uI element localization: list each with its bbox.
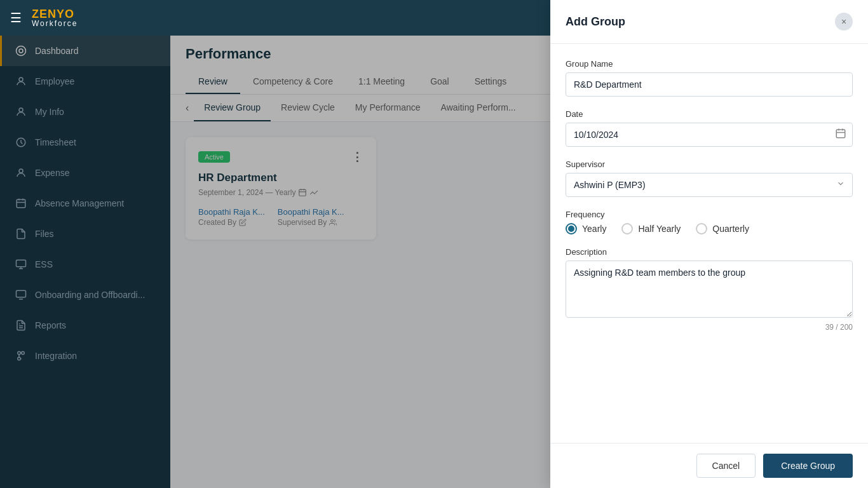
- panel-title: Add Group: [566, 15, 625, 29]
- supervisor-field: Supervisor Ashwini P (EMP3): [566, 159, 853, 197]
- supervisor-select[interactable]: Ashwini P (EMP3): [566, 173, 853, 197]
- logo-subtitle: Workforce: [32, 20, 78, 27]
- date-input-wrapper: [566, 123, 853, 147]
- char-count: 39 / 200: [566, 323, 853, 332]
- panel-body: Group Name Date Supervisor Ashwini P (EM…: [550, 44, 868, 443]
- frequency-label: Frequency: [566, 210, 853, 219]
- group-name-input[interactable]: [566, 72, 853, 97]
- close-button[interactable]: ×: [835, 13, 853, 30]
- overlay-backdrop: [0, 36, 550, 488]
- frequency-half-yearly-label: Half Yearly: [638, 224, 681, 234]
- radio-quarterly-circle: [696, 223, 707, 234]
- radio-yearly-circle: [566, 223, 577, 234]
- description-label: Description: [566, 247, 853, 257]
- frequency-half-yearly[interactable]: Half Yearly: [621, 223, 681, 234]
- supervisor-select-wrapper: Ashwini P (EMP3): [566, 173, 853, 197]
- frequency-quarterly[interactable]: Quarterly: [696, 223, 749, 234]
- create-group-button[interactable]: Create Group: [763, 454, 853, 478]
- close-icon: ×: [841, 17, 846, 27]
- app-logo: ZENYO Workforce: [32, 8, 78, 27]
- description-textarea-wrapper: Assigning R&D team members to the group …: [566, 261, 853, 320]
- add-group-panel: Add Group × Group Name Date Supervisor: [550, 0, 868, 488]
- date-label: Date: [566, 109, 853, 119]
- supervisor-label: Supervisor: [566, 159, 853, 169]
- frequency-quarterly-label: Quarterly: [712, 224, 749, 234]
- svg-rect-14: [836, 130, 845, 138]
- resize-handle: ⌞: [846, 309, 850, 318]
- calendar-icon[interactable]: [835, 128, 846, 142]
- logo-name: ZENYO: [32, 8, 78, 20]
- panel-footer: Cancel Create Group: [550, 443, 868, 488]
- group-name-label: Group Name: [566, 59, 853, 69]
- frequency-options: Yearly Half Yearly Quarterly: [566, 223, 853, 234]
- hamburger-menu[interactable]: ☰: [10, 10, 22, 25]
- radio-yearly-dot: [568, 226, 574, 232]
- frequency-field: Frequency Yearly Half Yearly Quarterly: [566, 210, 853, 234]
- cancel-button[interactable]: Cancel: [696, 454, 756, 478]
- chevron-down-icon: [836, 179, 845, 191]
- frequency-yearly[interactable]: Yearly: [566, 223, 606, 234]
- frequency-yearly-label: Yearly: [582, 224, 606, 234]
- group-name-field: Group Name: [566, 59, 853, 97]
- description-textarea[interactable]: Assigning R&D team members to the group: [566, 261, 853, 318]
- description-field: Description Assigning R&D team members t…: [566, 247, 853, 332]
- date-input[interactable]: [566, 123, 853, 147]
- panel-header: Add Group ×: [550, 0, 868, 44]
- radio-half-yearly-circle: [621, 223, 633, 234]
- date-field: Date: [566, 109, 853, 147]
